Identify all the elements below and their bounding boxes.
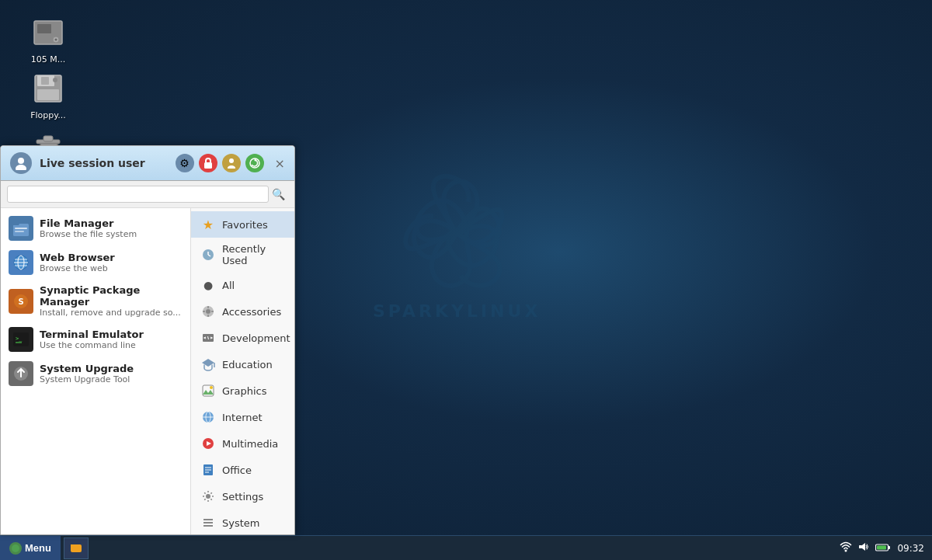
svg-line-67 <box>210 499 211 499</box>
category-internet[interactable]: Internet <box>191 404 294 430</box>
terminal-text: Terminal Emulator Use the command line <box>40 329 183 350</box>
multimedia-cat-label: Multimedia <box>222 438 278 450</box>
category-all[interactable]: ● All <box>191 272 294 298</box>
app-item-terminal[interactable]: >_ Terminal Emulator Use the command lin… <box>1 322 190 357</box>
accessories-cat-label: Accessories <box>222 306 281 318</box>
lock-action-icon[interactable] <box>199 154 217 172</box>
all-cat-icon: ● <box>200 277 216 293</box>
menu-categories-panel: ★ Favorites Recently Used ● A <box>191 208 294 534</box>
desktop-icon-floppy[interactable]: Floppy... <box>17 70 79 120</box>
taskbar-clock: 09:32 <box>897 543 924 554</box>
menu-button-icon <box>9 542 22 555</box>
taskbar-menu-label: Menu <box>25 542 51 554</box>
app-item-web-browser[interactable]: Web Browser Browse the web <box>1 245 190 280</box>
synaptic-icon: S <box>9 289 33 314</box>
floppy-icon <box>30 70 67 107</box>
category-development[interactable]: Development <box>191 325 294 351</box>
education-cat-label: Education <box>222 359 273 370</box>
graphics-cat-icon <box>200 383 216 398</box>
desktop-icon-drive[interactable]: 105 M... <box>17 14 79 64</box>
system-cat-icon <box>200 515 216 530</box>
category-graphics[interactable]: Graphics <box>191 377 294 404</box>
settings-cat-icon <box>200 489 216 504</box>
settings-action-icon[interactable]: ⚙ <box>176 154 194 172</box>
category-recently-used[interactable]: Recently Used <box>191 238 294 272</box>
search-input[interactable] <box>7 186 269 203</box>
synaptic-name: Synaptic Package Manager <box>40 284 183 308</box>
svg-line-68 <box>210 492 211 493</box>
svg-point-40 <box>206 309 210 314</box>
education-cat-icon <box>200 357 216 372</box>
sparky-logo-icon <box>387 171 527 295</box>
file-manager-desc: Browse the file system <box>40 229 183 239</box>
user-action-icon[interactable] <box>222 154 241 172</box>
app-item-synaptic[interactable]: S Synaptic Package Manager Install, remo… <box>1 280 190 322</box>
web-browser-name: Web Browser <box>40 252 183 263</box>
svg-rect-11 <box>43 136 53 141</box>
development-cat-icon <box>200 330 216 346</box>
file-manager-text: File Manager Browse the file system <box>40 217 183 239</box>
logout-action-icon[interactable] <box>245 154 264 172</box>
recently-used-cat-icon <box>200 247 216 263</box>
multimedia-cat-icon <box>200 436 216 451</box>
taskbar-tray: 09:32 <box>840 541 932 555</box>
svg-point-73 <box>12 544 19 552</box>
favorites-cat-icon: ★ <box>200 217 216 232</box>
speaker-tray-icon <box>858 541 869 555</box>
office-cat-icon <box>200 462 216 478</box>
svg-point-3 <box>55 39 57 41</box>
svg-rect-6 <box>41 77 49 85</box>
web-browser-text: Web Browser Browse the web <box>40 252 183 273</box>
menu-user-avatar <box>10 152 32 174</box>
internet-cat-label: Internet <box>222 412 263 423</box>
development-cat-label: Development <box>222 332 290 344</box>
settings-cat-label: Settings <box>222 491 263 503</box>
system-cat-label: System <box>222 517 259 529</box>
battery-tray-icon <box>875 542 891 555</box>
app-menu: Live session user ⚙ <box>0 145 295 535</box>
search-button[interactable]: 🔍 <box>269 186 288 202</box>
svg-point-15 <box>18 158 24 164</box>
svg-point-16 <box>16 165 26 170</box>
file-manager-name: File Manager <box>40 217 183 229</box>
terminal-icon: >_ <box>9 327 33 352</box>
category-settings[interactable]: Settings <box>191 483 294 510</box>
terminal-desc: Use the command line <box>40 340 183 350</box>
svg-line-69 <box>204 499 205 499</box>
recently-used-cat-label: Recently Used <box>222 243 285 266</box>
favorites-cat-label: Favorites <box>222 219 268 231</box>
menu-apps-panel: File Manager Browse the file system <box>1 208 191 534</box>
category-accessories[interactable]: Accessories <box>191 298 294 325</box>
web-browser-desc: Browse the web <box>40 263 183 273</box>
app-item-upgrade[interactable]: System Upgrade System Upgrade Tool <box>1 357 190 391</box>
svg-rect-78 <box>889 546 891 549</box>
taskbar-window-button[interactable] <box>64 537 89 559</box>
desktop-logo: SPARKYLINUX <box>373 171 541 321</box>
menu-body: File Manager Browse the file system <box>1 208 294 534</box>
synaptic-text: Synaptic Package Manager Install, remove… <box>40 284 183 318</box>
category-system[interactable]: System <box>191 510 294 534</box>
floppy-icon-label: Floppy... <box>30 110 66 120</box>
upgrade-text: System Upgrade System Upgrade Tool <box>40 363 183 384</box>
category-favorites[interactable]: ★ Favorites <box>191 211 294 238</box>
category-office[interactable]: Office <box>191 457 294 483</box>
menu-close-button[interactable]: × <box>275 156 285 171</box>
sparky-logo-text: SPARKYLINUX <box>373 301 541 321</box>
svg-rect-24 <box>15 231 24 232</box>
desktop: SPARKYLINUX 105 M... Floppy... <box>0 0 932 560</box>
svg-point-51 <box>210 386 213 389</box>
svg-rect-23 <box>15 228 27 229</box>
svg-marker-50 <box>203 390 214 395</box>
svg-point-19 <box>228 165 235 169</box>
svg-rect-22 <box>13 224 29 236</box>
synaptic-desc: Install, remove and upgrade so... <box>40 308 183 318</box>
svg-point-18 <box>229 158 234 163</box>
upgrade-icon <box>9 361 33 386</box>
app-item-file-manager[interactable]: File Manager Browse the file system <box>1 211 190 245</box>
web-browser-icon <box>9 250 33 275</box>
taskbar-menu-button[interactable]: Menu <box>0 536 61 561</box>
terminal-name: Terminal Emulator <box>40 329 183 340</box>
category-multimedia[interactable]: Multimedia <box>191 430 294 457</box>
category-education[interactable]: Education <box>191 351 294 377</box>
svg-point-8 <box>53 78 57 82</box>
